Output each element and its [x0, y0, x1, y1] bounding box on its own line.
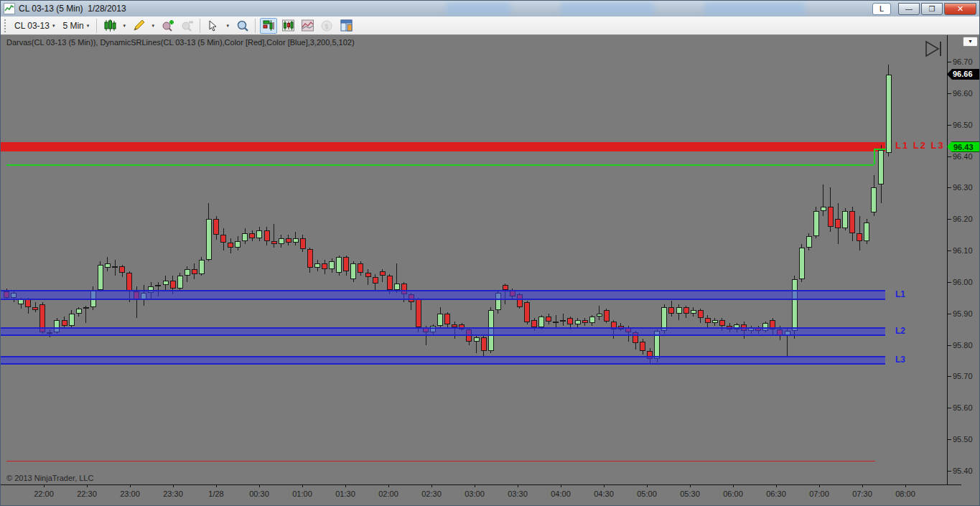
chart-area[interactable]: Darvas(CL 03-13 (5 Min)), DynamicSRLines…: [1, 35, 979, 505]
candle-body: [864, 222, 869, 241]
chevron-down-icon: ▾: [227, 23, 230, 29]
price-tick: [948, 314, 951, 314]
price-plot[interactable]: L1L2L3L1 L2 L396.7096.6096.5096.4096.309…: [1, 35, 979, 505]
candle-body: [199, 260, 205, 274]
close-button[interactable]: ✕: [944, 3, 976, 15]
time-tick: [819, 484, 820, 487]
add-indicator-button[interactable]: [159, 18, 176, 34]
grid-properties-icon: [340, 19, 353, 32]
candle-body: [98, 265, 103, 290]
candle-body: [821, 207, 826, 212]
zoom-button[interactable]: [233, 18, 251, 34]
price-tick-label: 95.60: [953, 403, 973, 412]
candle-body: [719, 320, 725, 327]
time-tick-label: 08:00: [887, 489, 923, 498]
candle-body: [18, 299, 24, 304]
candle-body: [235, 241, 241, 248]
candle-body: [481, 337, 487, 352]
price-tick-label: 96.70: [953, 57, 973, 66]
candle-body: [387, 276, 393, 290]
data-panel-button[interactable]: [260, 18, 277, 34]
time-tick: [431, 484, 432, 487]
time-tick: [647, 484, 648, 487]
time-tick: [259, 484, 260, 487]
titlebar: CL 03-13 (5 Min) 1/28/2013 L — ❐ ✕: [1, 1, 979, 17]
price-marker-96.43: 96.43: [947, 141, 979, 152]
minimize-button[interactable]: —: [898, 3, 920, 15]
candle-body: [373, 277, 378, 284]
candle-body: [271, 241, 277, 244]
candle-body: [105, 263, 111, 268]
data-panel-icon: [263, 19, 275, 32]
candle-body: [567, 318, 573, 324]
candle-body: [597, 314, 602, 317]
time-tick: [173, 484, 174, 487]
time-tick-label: 07:30: [844, 489, 880, 498]
drawing-tools-dropdown[interactable]: ▾: [149, 18, 157, 34]
time-tick-label: 22:00: [26, 489, 62, 498]
time-tick: [388, 484, 389, 487]
price-tick-label: 96.20: [953, 215, 973, 223]
candle-body: [242, 233, 248, 241]
axis-dropdown-button[interactable]: ▼: [963, 37, 978, 47]
time-tick: [345, 484, 346, 487]
time-tick: [776, 484, 777, 487]
time-tick: [604, 484, 605, 487]
candle-body: [799, 248, 805, 279]
toolbar: CL 03-13 ▾ 5 Min ▾ ▾ ▾: [1, 17, 979, 35]
darvas-bottom-line: [6, 461, 875, 462]
price-tick: [948, 408, 951, 408]
price-tick-label: 95.50: [953, 435, 973, 444]
darvas-top-line-step: [874, 149, 875, 164]
time-tick: [690, 484, 691, 487]
candle-body: [828, 207, 834, 227]
aero-glass-reflection: [446, 2, 510, 15]
remove-indicator-icon: [180, 19, 193, 32]
time-tick-label: 23:30: [155, 489, 191, 498]
chart-region-button[interactable]: [299, 18, 316, 34]
candle-body: [220, 235, 226, 243]
jump-to-latest-icon[interactable]: [924, 39, 946, 58]
time-tick-label: 03:30: [500, 489, 536, 498]
candle-body: [264, 230, 270, 241]
price-tick: [948, 282, 951, 283]
candle-body: [126, 273, 132, 291]
restore-button[interactable]: ❐: [921, 3, 943, 15]
bar-spacing-button[interactable]: [279, 18, 297, 34]
cursor-dropdown[interactable]: ▾: [224, 18, 231, 34]
chart-style-button[interactable]: [101, 18, 118, 34]
time-tick-label: 02:00: [370, 489, 406, 498]
toolbar-grip[interactable]: [4, 19, 7, 32]
chevron-down-icon: ▾: [123, 23, 126, 29]
price-tick-label: 95.40: [953, 467, 973, 475]
sr-band-label-l2: L2: [895, 326, 905, 336]
candle-body: [835, 219, 841, 228]
candle-wick: [823, 184, 823, 216]
candle-body: [560, 320, 566, 322]
candle-body: [336, 257, 342, 273]
candle-body: [582, 320, 588, 323]
link-button[interactable]: L: [872, 3, 891, 15]
properties-button[interactable]: [337, 18, 355, 34]
candle-body: [668, 307, 674, 314]
time-tick: [561, 484, 561, 487]
period-selector[interactable]: 5 Min ▾: [60, 19, 92, 32]
remove-indicator-button[interactable]: [178, 18, 195, 34]
time-tick-label: 1/28: [198, 489, 234, 498]
time-tick-label: 23:00: [112, 489, 148, 498]
candle-body: [322, 263, 327, 270]
period-label: 5 Min: [62, 21, 83, 31]
time-tick-label: 01:30: [327, 489, 363, 498]
candle-body: [813, 211, 819, 236]
candle-body: [314, 263, 320, 268]
price-tick: [948, 250, 951, 251]
candle-wick: [115, 260, 116, 276]
drawing-tools-button[interactable]: [130, 18, 147, 34]
instrument-selector[interactable]: CL 03-13 ▾: [11, 19, 57, 32]
account-button[interactable]: $: [318, 18, 335, 34]
chart-style-dropdown[interactable]: ▾: [121, 18, 128, 34]
time-tick: [475, 484, 475, 487]
time-tick-label: 02:30: [414, 489, 449, 498]
cursor-button[interactable]: [205, 18, 222, 34]
candle-body: [524, 302, 530, 322]
